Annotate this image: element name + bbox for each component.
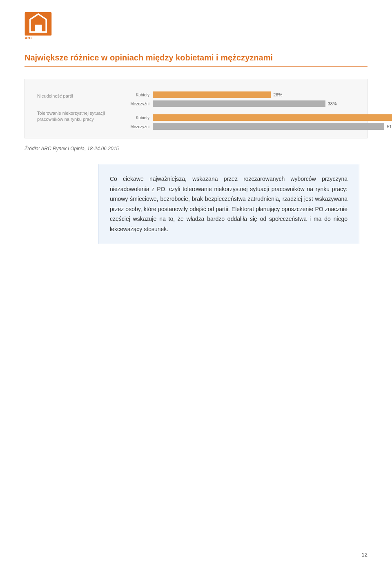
- svg-text:arc: arc: [25, 35, 32, 40]
- bar-fill-kobiety-1: [153, 91, 271, 98]
- bar-label-mezczyzni-1: Mężczyźni: [127, 102, 149, 106]
- arc-logo: arc rynek i opinia: [24, 12, 57, 41]
- bar-value-kobiety-1: 26%: [273, 92, 282, 97]
- svg-rect-2: [35, 25, 42, 32]
- chart-labels: Nieudolność partii Tolerowanie niekorzys…: [37, 91, 119, 122]
- category-label-1: Nieudolność partii: [37, 93, 119, 99]
- bar-container-kobiety-2: 62%: [153, 114, 334, 121]
- bar-label-kobiety-1: Kobiety: [127, 93, 149, 97]
- bar-group-1: Kobiety 26% Mężczyźni 38%: [127, 91, 334, 107]
- bar-row-mezczyzni-2: Mężczyźni 51%: [127, 123, 334, 130]
- bar-row-kobiety-1: Kobiety 26%: [127, 91, 334, 98]
- bar-fill-mezczyzni-1: [153, 100, 325, 107]
- page-number: 12: [362, 552, 368, 558]
- info-box: Co ciekawe najważniejsza, wskazana przez…: [98, 164, 359, 244]
- chart-bars: Kobiety 26% Mężczyźni 38%: [127, 91, 355, 130]
- bar-container-mezczyzni-2: 51%: [153, 123, 334, 130]
- bar-label-mezczyzni-2: Mężczyźni: [127, 125, 149, 129]
- bar-fill-kobiety-2: [153, 114, 392, 121]
- info-box-text: Co ciekawe najważniejsza, wskazana przez…: [110, 174, 347, 234]
- page: arc rynek i opinia Największe różnice w …: [0, 0, 392, 570]
- bar-row-mezczyzni-1: Mężczyźni 38%: [127, 100, 334, 107]
- bar-container-mezczyzni-1: 38%: [153, 100, 334, 107]
- chart-section: Nieudolność partii Tolerowanie niekorzys…: [24, 79, 368, 138]
- bar-row-kobiety-2: Kobiety 62%: [127, 114, 334, 121]
- bar-container-kobiety-1: 26%: [153, 91, 334, 98]
- bar-fill-mezczyzni-2: [153, 123, 384, 130]
- logo-area: arc rynek i opinia: [24, 12, 368, 41]
- bar-value-mezczyzni-2: 51%: [387, 124, 392, 129]
- page-title: Największe różnice w opiniach między kob…: [24, 53, 368, 62]
- source-text: Źródło: ARC Rynek i Opinia, 18-24.06.201…: [24, 146, 368, 151]
- bar-value-mezczyzni-1: 38%: [328, 101, 337, 106]
- category-label-2: Tolerowanie niekorzystnej sytuacji praco…: [37, 110, 119, 122]
- chart-wrapper: Nieudolność partii Tolerowanie niekorzys…: [37, 91, 355, 130]
- bar-label-kobiety-2: Kobiety: [127, 116, 149, 120]
- bar-group-2: Kobiety 62% Mężczyźni 51%: [127, 114, 334, 130]
- title-underline: [24, 66, 368, 67]
